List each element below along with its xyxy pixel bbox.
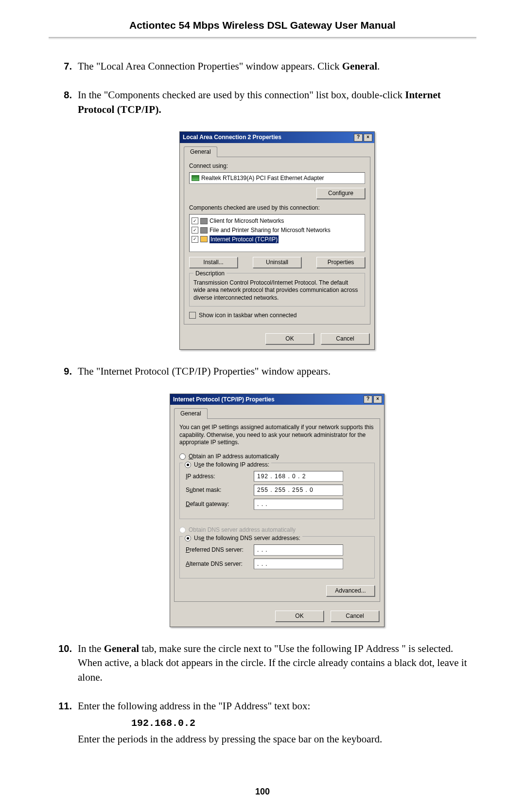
- titlebar: Internet Protocol (TCP/IP) Properties ? …: [170, 394, 384, 405]
- text-bold: ).: [156, 104, 161, 115]
- radio-icon[interactable]: [185, 535, 191, 541]
- pref-dns-row: Preferred DNS server: . . .: [186, 544, 368, 556]
- tab-row: General: [170, 405, 384, 418]
- ip-address-row: IP address: 192 . 168 . 0 . 2: [186, 471, 368, 482]
- ok-button[interactable]: OK: [275, 611, 324, 622]
- step-10: 10. In the General tab, make sure the ci…: [49, 642, 476, 685]
- gateway-label: Default gateway:: [186, 500, 254, 508]
- help-icon[interactable]: ?: [354, 134, 363, 142]
- list-item[interactable]: ✓ Internet Protocol (TCP/IP): [192, 235, 363, 244]
- window-title: Local Area Connection 2 Properties: [183, 133, 281, 142]
- gateway-row: Default gateway: . . .: [186, 499, 368, 510]
- radio-label: Use the following DNS server addresses:: [194, 535, 300, 541]
- dialog-buttons: OK Cancel: [180, 328, 374, 349]
- step-number: 8.: [49, 88, 78, 117]
- step-7: 7. The "Local Area Connection Properties…: [49, 59, 476, 73]
- uninstall-button[interactable]: Uninstall: [253, 257, 301, 268]
- adapter-name: Realtek RTL8139(A) PCI Fast Ethernet Ada…: [201, 174, 324, 182]
- alt-dns-row: Alternate DNS server: . . .: [186, 559, 368, 570]
- text: tab, make sure the circle next to "Use t…: [139, 643, 354, 654]
- gateway-field[interactable]: . . .: [254, 499, 343, 510]
- tab-general[interactable]: General: [174, 408, 208, 419]
- pref-dns-field[interactable]: . . .: [254, 544, 343, 556]
- radio-icon: [179, 527, 186, 533]
- radio-icon[interactable]: [185, 462, 191, 468]
- list-item[interactable]: ✓ File and Printer Sharing for Microsoft…: [192, 226, 363, 235]
- tab-general[interactable]: General: [184, 146, 217, 157]
- step-body: The "Local Area Connection Properties" w…: [78, 59, 476, 73]
- radio-obtain-ip-auto[interactable]: Obtain an IP address automatically: [179, 452, 375, 461]
- connect-using-label: Connect using:: [189, 162, 365, 170]
- close-icon[interactable]: ×: [373, 396, 382, 403]
- dialog-local-area-connection: Local Area Connection 2 Properties ? × G…: [179, 131, 375, 350]
- list-item[interactable]: ✓ Client for Microsoft Networks: [192, 217, 363, 226]
- cancel-button[interactable]: Cancel: [331, 611, 379, 622]
- step-11: 11. Enter the following address in the "…: [49, 699, 476, 746]
- page-number: 100: [49, 787, 476, 797]
- component-icon: [200, 218, 208, 224]
- ip-address-value: 192.168.0.2: [131, 718, 195, 729]
- panel: Connect using: Realtek RTL8139(A) PCI Fa…: [184, 157, 370, 325]
- titlebar: Local Area Connection 2 Properties ? ×: [180, 132, 374, 143]
- text: .: [377, 60, 380, 72]
- advanced-button[interactable]: Advanced...: [326, 585, 375, 596]
- show-icon-label: Show icon in taskbar when connected: [199, 311, 297, 320]
- radio-label: Obtain DNS server address automatically: [189, 526, 296, 533]
- subnet-field[interactable]: 255 . 255 . 255 . 0: [254, 485, 343, 496]
- step-body: The "Internet Protocol (TCP/IP) Properti…: [78, 364, 476, 379]
- ok-button[interactable]: OK: [265, 333, 314, 344]
- panel: You can get IP settings assigned automat…: [174, 418, 380, 602]
- step-body: In the "Components checked are used by t…: [78, 88, 476, 117]
- window-title: Internet Protocol (TCP/IP) Properties: [173, 396, 275, 404]
- alt-dns-label: Alternate DNS server:: [186, 560, 254, 568]
- radio-label: Obtain an IP address automatically: [189, 453, 279, 460]
- text-smallcaps: IP: [354, 643, 364, 654]
- dialog-tcpip-properties: Internet Protocol (TCP/IP) Properties ? …: [170, 394, 385, 628]
- text-bold: General: [342, 60, 377, 72]
- close-icon[interactable]: ×: [364, 134, 372, 142]
- radio-use-dns[interactable]: Use the following DNS server addresses:: [183, 534, 302, 542]
- ip-address-label: IP address:: [186, 472, 254, 481]
- step-number: 7.: [49, 59, 78, 73]
- text: In the: [78, 643, 104, 654]
- tab-row: General: [180, 143, 374, 157]
- description-group: Description Transmission Control Protoco…: [189, 273, 365, 307]
- ip-fieldset: Use the following IP address: IP address…: [179, 463, 375, 519]
- help-icon[interactable]: ?: [364, 396, 372, 403]
- text: Enter the following address in the ": [78, 700, 223, 712]
- components-listbox[interactable]: ✓ Client for Microsoft Networks ✓ File a…: [189, 214, 365, 252]
- configure-button[interactable]: Configure: [316, 188, 365, 199]
- header-divider: [49, 37, 476, 40]
- text: ) Properties" window appears.: [207, 365, 331, 377]
- radio-icon[interactable]: [179, 453, 186, 460]
- alt-dns-field[interactable]: . . .: [254, 559, 343, 570]
- text-bold: General: [104, 643, 139, 654]
- component-icon: [200, 236, 208, 242]
- description-label: Description: [193, 270, 227, 278]
- window-controls: ? ×: [364, 396, 382, 403]
- description-text: Transmission Control Protocol/Internet P…: [193, 279, 361, 302]
- radio-use-ip[interactable]: Use the following IP address:: [183, 461, 271, 469]
- page-header-title: Actiontec 54 Mbps Wireless DSL Gateway U…: [49, 19, 476, 31]
- text: The "Internet Protocol (: [78, 365, 175, 377]
- ip-address-field[interactable]: 192 . 168 . 0 . 2: [254, 471, 343, 482]
- step-9: 9. The "Internet Protocol (TCP/IP) Prope…: [49, 364, 476, 379]
- adapter-field[interactable]: Realtek RTL8139(A) PCI Fast Ethernet Ada…: [189, 172, 365, 184]
- checkbox-icon[interactable]: ✓: [192, 217, 198, 224]
- show-icon-row[interactable]: Show icon in taskbar when connected: [189, 311, 365, 320]
- checkbox-icon[interactable]: ✓: [192, 227, 198, 234]
- cancel-button[interactable]: Cancel: [321, 333, 369, 344]
- install-button[interactable]: Install...: [189, 257, 238, 268]
- page: Actiontec 54 Mbps Wireless DSL Gateway U…: [49, 0, 476, 803]
- radio-label: Use the following IP address:: [194, 461, 269, 468]
- text-smallcaps: TCP/IP: [121, 104, 156, 115]
- checkbox-icon[interactable]: [189, 312, 196, 319]
- text-smallcaps: TCP/IP: [175, 365, 207, 377]
- dialog-buttons: OK Cancel: [170, 606, 384, 627]
- text: Address" text box:: [232, 700, 311, 712]
- properties-button[interactable]: Properties: [316, 257, 365, 268]
- components-label: Components checked are used by this conn…: [189, 204, 365, 212]
- checkbox-icon[interactable]: ✓: [192, 236, 198, 243]
- pref-dns-label: Preferred DNS server:: [186, 546, 254, 554]
- help-text: You can get IP settings assigned automat…: [179, 424, 375, 447]
